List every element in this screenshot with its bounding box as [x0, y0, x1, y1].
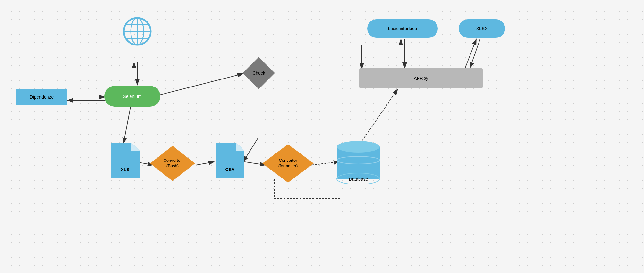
csv-node: CSV: [216, 143, 244, 178]
app-py-label: APP.py: [414, 76, 428, 81]
xlsx-label: XLSX: [476, 26, 488, 31]
svg-line-17: [470, 39, 480, 68]
diagram-container: Dipendenze Selenium XLS Converter (Bash): [0, 0, 644, 273]
svg-line-11: [157, 74, 243, 95]
svg-marker-30: [236, 143, 244, 151]
basic-interface-node: basic interface: [367, 19, 438, 38]
dipendenze-label: Dipendenze: [30, 95, 54, 100]
svg-line-7: [123, 105, 131, 144]
xls-label: XLS: [121, 167, 129, 172]
check-label: Check: [252, 70, 265, 76]
svg-marker-26: [131, 143, 140, 151]
csv-label: CSV: [225, 167, 235, 172]
svg-line-9: [196, 162, 214, 165]
converter-bash-node: Converter (Bash): [150, 146, 195, 181]
converter-bash-line1: Converter: [163, 158, 182, 163]
globe-icon: [121, 15, 153, 47]
basic-interface-label: basic interface: [388, 26, 417, 31]
dipendenze-node: Dipendenze: [16, 89, 67, 105]
svg-point-34: [337, 141, 380, 153]
app-py-node: APP.py: [359, 68, 483, 88]
xls-node: XLS: [111, 143, 140, 178]
xlsx-node: XLSX: [459, 19, 505, 38]
svg-line-15: [465, 39, 476, 68]
arrows-svg: [0, 0, 644, 273]
converter-formatter-line2: (formatter): [278, 163, 298, 168]
check-node: Check: [243, 57, 275, 89]
selenium-label: Selenium: [123, 94, 141, 99]
selenium-node: Selenium: [104, 86, 160, 107]
svg-line-13: [362, 89, 398, 140]
database-label: Database: [349, 177, 368, 182]
database-node: Database: [335, 138, 382, 184]
converter-formatter-line1: Converter: [279, 158, 297, 163]
converter-bash-line2: (Bash): [166, 163, 179, 168]
converter-formatter-node: Converter (formatter): [262, 144, 314, 183]
